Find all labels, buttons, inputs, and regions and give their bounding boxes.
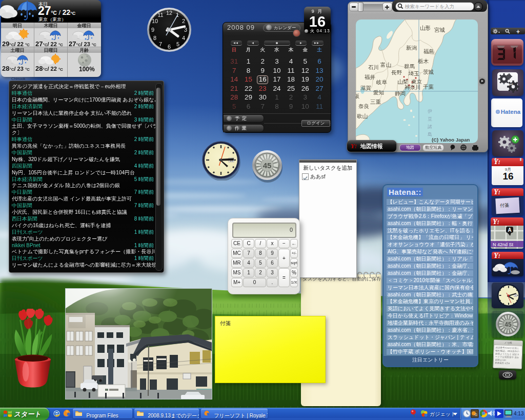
svg-text:8: 8 xyxy=(153,35,156,41)
svg-text:G: G xyxy=(475,413,477,416)
svg-text:福島: 福島 xyxy=(423,48,434,54)
svg-text:10: 10 xyxy=(152,18,158,24)
svg-text:N 42nd St: N 42nd St xyxy=(493,242,514,247)
svg-text:長野: 長野 xyxy=(391,69,402,75)
svg-text:阪: 阪 xyxy=(356,93,360,99)
svg-text:群馬: 群馬 xyxy=(404,63,415,69)
svg-text:9: 9 xyxy=(151,27,154,33)
svg-text:11: 11 xyxy=(157,12,163,18)
svg-text:愛知: 愛知 xyxy=(373,89,384,95)
svg-text:静岡: 静岡 xyxy=(395,90,406,96)
svg-text:45: 45 xyxy=(504,321,512,328)
svg-text:三重: 三重 xyxy=(370,98,381,105)
svg-text:新潟: 新潟 xyxy=(406,45,417,51)
svg-text:豆: 豆 xyxy=(428,116,432,122)
svg-text:歌山: 歌山 xyxy=(357,113,368,119)
svg-text:福井: 福井 xyxy=(365,74,375,80)
svg-text:神奈川: 神奈川 xyxy=(405,84,421,90)
svg-text:埼玉: 埼玉 xyxy=(408,70,419,76)
svg-text:4: 4 xyxy=(182,35,185,41)
svg-text:富山: 富山 xyxy=(380,62,391,68)
svg-text:岐阜: 岐阜 xyxy=(376,79,388,85)
svg-text:栃木: 栃木 xyxy=(418,58,429,64)
svg-text:2: 2 xyxy=(182,18,185,24)
svg-text:諸: 諸 xyxy=(428,124,432,129)
svg-text:5: 5 xyxy=(176,41,179,47)
svg-text:茨城: 茨城 xyxy=(423,69,434,75)
svg-text:滋賀: 滋賀 xyxy=(360,85,371,91)
svg-text:宮城: 宮城 xyxy=(434,27,445,33)
svg-text:伊: 伊 xyxy=(428,109,432,114)
svg-text:12: 12 xyxy=(166,10,172,16)
svg-text:山形: 山形 xyxy=(420,25,431,31)
svg-text:16: 16 xyxy=(514,294,517,297)
svg-text:奈良: 奈良 xyxy=(358,103,369,109)
svg-text:A: A xyxy=(508,227,512,233)
svg-text:石川: 石川 xyxy=(368,64,379,70)
svg-text:(C) Yahoo Japan: (C) Yahoo Japan xyxy=(432,137,470,143)
svg-text:島: 島 xyxy=(428,132,432,137)
svg-text:7: 7 xyxy=(159,41,162,47)
svg-text:6: 6 xyxy=(168,44,171,50)
svg-text:千葉: 千葉 xyxy=(423,84,434,90)
svg-text:45: 45 xyxy=(263,161,272,170)
